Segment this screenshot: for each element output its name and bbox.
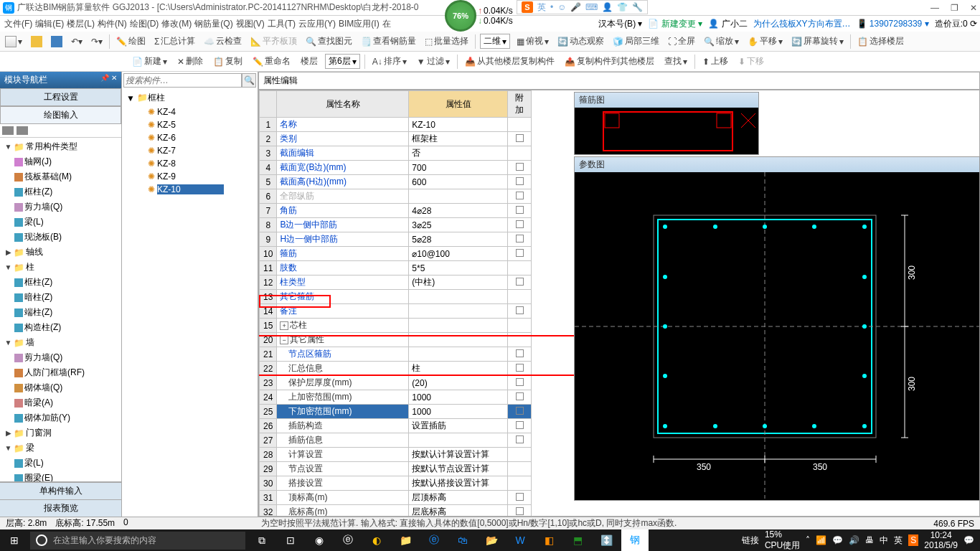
prop-row[interactable]: 8B边一侧中部筋3⌀25 — [260, 218, 532, 232]
nav-tree-node[interactable]: ▶📁轴线 — [1, 245, 120, 260]
version-menu[interactable]: 汉本号(B) ▾ — [598, 18, 642, 30]
menu-item[interactable]: 文件(F) — [3, 17, 34, 30]
prop-row[interactable]: 22汇总信息柱 — [260, 362, 532, 376]
sum-button[interactable]: Σ 汇总计算 — [152, 35, 197, 47]
prop-row[interactable]: 3截面编辑否 — [260, 146, 532, 161]
prop-row[interactable]: 12柱类型(中柱) — [260, 276, 532, 290]
comp-search-input[interactable] — [123, 73, 242, 88]
menu-item[interactable]: 云应用(Y) — [297, 17, 337, 30]
word-icon[interactable]: W — [507, 529, 534, 551]
nav-tree-node[interactable]: 端柱(Z) — [1, 305, 120, 320]
menu-item[interactable]: 编辑(E) — [34, 17, 65, 30]
flat-top-button[interactable]: 📐平齐板顶 — [248, 35, 299, 47]
ime-language[interactable]: 英 — [537, 1, 546, 14]
nav-tree-node[interactable]: ▼📁常用构件类型 — [1, 139, 120, 154]
nav-tree-node[interactable]: ▼📁柱 — [1, 260, 120, 275]
cloud-check-button[interactable]: ☁️云检查 — [202, 35, 244, 47]
nav-tree-node[interactable]: ▶📁门窗洞 — [1, 425, 120, 441]
start-button[interactable]: ⊞ — [0, 534, 29, 546]
prop-row[interactable]: 25下加密范围(mm)1000 — [260, 405, 532, 419]
nav-tree-node[interactable]: 砌体墙(Q) — [1, 380, 120, 395]
fullscreen-button[interactable]: ⛶ 全屏 — [666, 35, 697, 47]
tray-printer-icon[interactable]: 🖶 — [865, 535, 874, 545]
prop-row[interactable]: 27插筋信息 — [260, 433, 532, 448]
tray-cpu[interactable]: 15%CPU使用 — [765, 529, 800, 552]
prop-row[interactable]: 10箍筋⌀10@100 — [260, 247, 532, 261]
prop-row[interactable]: 28计算设置按默认计算设置计算 — [260, 448, 532, 462]
menu-item[interactable]: 构件(N) — [96, 17, 128, 30]
zoom-button[interactable]: 🔍缩放 ▾ — [702, 35, 741, 47]
pin-icon[interactable]: 📌 ✕ — [100, 74, 117, 86]
taskview-icon[interactable]: ⧉ — [248, 529, 275, 551]
prop-row[interactable]: 30搭接设置按默认搭接设置计算 — [260, 476, 532, 491]
store-icon[interactable]: 🛍 — [449, 529, 476, 551]
menu-item[interactable]: 钢筋量(Q) — [193, 17, 234, 30]
comp-item[interactable]: ✺KZ-10 — [123, 183, 256, 196]
dynamic-view-button[interactable]: 🔄动态观察 — [555, 35, 606, 47]
open-button[interactable] — [29, 36, 44, 47]
close-button[interactable]: ✕ — [970, 3, 977, 13]
comp-item[interactable]: ✺KZ-6 — [123, 131, 256, 144]
comp-item[interactable]: ✺KZ-5 — [123, 118, 256, 131]
menu-item[interactable]: BIM应用(I) — [337, 17, 381, 30]
find-element-button[interactable]: 🔍查找图元 — [303, 35, 354, 47]
folder-icon[interactable]: 📁 — [392, 529, 419, 551]
nav-tree-node[interactable]: 现浇板(B) — [1, 230, 120, 245]
nav-tree-node[interactable]: 梁(L) — [1, 215, 120, 230]
component-tree[interactable]: ▼📁框柱✺KZ-4✺KZ-5✺KZ-6✺KZ-7✺KZ-8✺KZ-9✺KZ-10 — [122, 89, 258, 517]
prop-row[interactable]: 26插筋构造设置插筋 — [260, 419, 532, 433]
stirrup-diagram[interactable]: 箍筋图 — [574, 92, 759, 155]
nav-tree-node[interactable]: 框柱(Z) — [1, 275, 120, 290]
redo-button[interactable]: ↷▾ — [89, 37, 105, 47]
menu-item[interactable]: 视图(V) — [235, 17, 266, 30]
menu-item[interactable]: 楼层(L) — [65, 17, 96, 30]
bird-view-button[interactable]: ▦ 俯视 ▾ — [514, 35, 551, 47]
tray-clock[interactable]: 10:24 2018/5/9 — [924, 530, 958, 550]
minimize-button[interactable]: — — [930, 3, 939, 13]
taskbar-search[interactable]: 在这里输入你要搜索的内容 — [30, 532, 245, 550]
edge-icon[interactable]: ⓔ — [334, 529, 362, 551]
batch-select-button[interactable]: ⬚ 批量选择 — [423, 35, 471, 47]
app-1-icon[interactable]: ⊡ — [277, 529, 304, 551]
app-7-icon[interactable]: ↕️ — [593, 529, 620, 551]
prop-row[interactable]: 1名称KZ-10 — [260, 118, 532, 132]
nav-tree-node[interactable]: 暗柱(Z) — [1, 290, 120, 305]
prop-row[interactable]: 32底标高(m)层底标高 — [260, 505, 532, 517]
undo-button[interactable]: ↶▾ — [69, 37, 85, 47]
tray-volume-icon[interactable]: 🔊 — [849, 535, 859, 545]
app-3-icon[interactable]: ◐ — [363, 529, 390, 551]
nav-tree-node[interactable]: 梁(L) — [1, 456, 120, 471]
comp-search-button[interactable]: 🔍 — [242, 73, 256, 88]
to-other-floor-button[interactable]: 📤复制构件到其他楼层 — [562, 55, 657, 67]
parameter-diagram[interactable]: 参数图 350 350 — [574, 156, 980, 501]
draw-input-tab[interactable]: 绘图输入 — [0, 106, 121, 124]
ime-floating-bar[interactable]: S 英 • ☺ 🎤 ⌨ 👤 👕 🔧 — [517, 0, 648, 14]
app-2-icon[interactable]: ◉ — [306, 529, 333, 551]
nav-tree-node[interactable]: 砌体加筋(Y) — [1, 410, 120, 425]
app-8-icon[interactable]: 钢 — [621, 529, 649, 551]
tray-ime1[interactable]: 中 — [880, 534, 888, 547]
tip-link[interactable]: 为什么筏板XY方向布置… — [753, 18, 851, 30]
new-change-button[interactable]: 📄 新建变更 ▾ — [648, 18, 702, 30]
comp-copy-button[interactable]: 📋复制 — [210, 55, 245, 67]
paint-button[interactable]: ✏️绘图 — [114, 35, 148, 47]
nav-tree-node[interactable]: 剪力墙(Q) — [1, 199, 120, 215]
tray-notification-icon[interactable]: 💬 — [963, 535, 974, 545]
comp-delete-button[interactable]: ✕ 删除 — [174, 55, 206, 67]
comp-new-button[interactable]: 📄新建 ▾ — [129, 55, 170, 67]
floor-dropdown[interactable]: 第6层 ▾ — [325, 54, 360, 69]
nav-tool-2[interactable] — [17, 126, 28, 135]
app-5-icon[interactable]: ◧ — [535, 529, 562, 551]
pan-button[interactable]: ✋平移 ▾ — [745, 35, 785, 47]
menu-item[interactable]: 绘图(D) — [128, 17, 161, 30]
prop-row[interactable]: 11肢数5*5 — [260, 261, 532, 276]
maximize-button[interactable]: ❐ — [951, 3, 958, 13]
tray-action-icon[interactable]: 💬 — [832, 535, 843, 545]
prop-row[interactable]: 13其它箍筋 — [260, 290, 532, 304]
nav-tree-node[interactable]: 圈梁(E) — [1, 471, 120, 481]
prop-row[interactable]: 31顶标高(m)层顶标高 — [260, 491, 532, 505]
nav-tree[interactable]: ▼📁常用构件类型轴网(J)筏板基础(M)框柱(Z)剪力墙(Q)梁(L)现浇板(B… — [0, 138, 121, 481]
comp-root[interactable]: ▼📁框柱 — [123, 90, 256, 105]
tray-up-icon[interactable]: ˄ — [806, 535, 810, 545]
comp-rename-button[interactable]: ✏️重命名 — [250, 55, 293, 67]
